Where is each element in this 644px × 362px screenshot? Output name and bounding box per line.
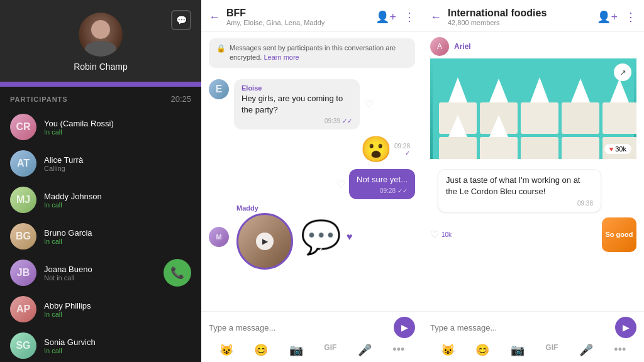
so-good-text: So good: [606, 231, 633, 239]
send-button[interactable]: ▶: [394, 317, 415, 338]
participant-avatar: AT: [10, 150, 36, 177]
heart-icon: ♥: [347, 231, 353, 243]
foodies-camera-icon[interactable]: 📷: [511, 343, 525, 357]
message-sender: Eloise: [242, 84, 352, 92]
call-time: 20:25: [170, 94, 191, 104]
voice-icon[interactable]: 🎤: [358, 343, 372, 357]
emoji-message: 😮: [360, 134, 392, 164]
foodies-header: ← International foodies 42,800 members 👤…: [423, 0, 644, 32]
participant-item: AT Alice Turrà Calling: [0, 145, 201, 182]
food-message-text: Just a taste of what I'm working on at t…: [446, 175, 593, 197]
emoji-row: 😮 09:28 ✓: [209, 134, 415, 164]
foodies-more-icon[interactable]: ⋮: [625, 10, 636, 24]
food-time: 09:38: [577, 200, 593, 207]
chat-header-icons: 👤+ ⋮: [375, 10, 415, 24]
message-input[interactable]: [209, 323, 389, 332]
food-image: ↗ ♥ 30k: [430, 58, 636, 159]
foodies-title: International foodies: [448, 8, 597, 19]
emoji-icon[interactable]: 😊: [254, 343, 268, 357]
participant-item: JB Joana Bueno Not in call 📞: [0, 255, 201, 291]
food-like-area[interactable]: ♡ 10k: [430, 229, 452, 241]
participant-avatar: SG: [10, 332, 36, 359]
foodies-emoji-icon[interactable]: 😊: [475, 343, 489, 357]
gif-icon[interactable]: GIF: [324, 343, 336, 357]
reaction-count: 2: [319, 245, 323, 251]
participant-item: SG Sonia Gurvich In call: [0, 327, 201, 362]
food-text-bubble: Just a taste of what I'm working on at t…: [438, 169, 601, 212]
participant-info: You (Camila Rossi) In call: [44, 119, 191, 136]
svg-rect-5: [521, 102, 558, 134]
foodies-messages: A Ariel: [423, 32, 644, 311]
back-button[interactable]: ←: [209, 11, 220, 24]
more-options-icon[interactable]: ⋮: [404, 10, 415, 24]
food-image-container: ↗ ♥ 30k: [423, 58, 644, 164]
foodies-back-button[interactable]: ←: [430, 11, 441, 24]
call-username: Robin Champ: [74, 62, 128, 72]
video-thumbnail[interactable]: ▶: [236, 213, 293, 270]
so-good-sticker: So good: [602, 217, 636, 252]
message-text: Hey girls, are you coming to the party?: [242, 93, 352, 116]
bff-input-area: ▶ 😺 😊 📷 GIF 🎤 •••: [201, 311, 423, 362]
participant-status: In call: [44, 128, 191, 136]
participant-item: BG Bruno Garcia In call: [0, 218, 201, 255]
foodies-subtitle: 42,800 members: [448, 19, 597, 26]
learn-more-link[interactable]: Learn more: [264, 53, 299, 61]
participant-item: CR You (Camila Rossi) In call: [0, 109, 201, 145]
foodies-more-icon[interactable]: •••: [614, 343, 626, 357]
food-text-area: Just a taste of what I'm working on at t…: [423, 164, 644, 255]
like-number: 30k: [615, 145, 626, 153]
participant-avatar: CR: [10, 114, 36, 140]
food-like-count2: 10k: [441, 231, 452, 238]
participant-name: You (Camila Rossi): [44, 119, 191, 128]
like-count[interactable]: ♥ 30k: [604, 144, 631, 154]
more-icon[interactable]: •••: [392, 343, 404, 357]
participant-status: In call: [44, 347, 191, 354]
sticker-icon[interactable]: 😺: [219, 343, 233, 357]
purple-accent-bar: [0, 82, 201, 87]
like-button[interactable]: ♡: [336, 178, 345, 190]
participant-avatar: BG: [10, 223, 36, 250]
maddy-avatar: M: [209, 227, 229, 247]
chat-toolbar: 😺 😊 📷 GIF 🎤 •••: [209, 343, 415, 357]
share-button[interactable]: ↗: [614, 63, 631, 81]
chat-icon[interactable]: 💬: [171, 10, 191, 30]
eloise-avatar: E: [209, 79, 229, 99]
foodies-send-button[interactable]: ▶: [615, 317, 636, 338]
ariel-name: Ariel: [454, 42, 471, 51]
add-member-icon[interactable]: 👤+: [375, 10, 396, 24]
message-read-receipt: ✓✓: [397, 187, 408, 194]
svg-rect-9: [602, 102, 636, 134]
foodies-input-area: ▶ 😺 😊 📷 GIF 🎤 •••: [423, 311, 644, 362]
like-button[interactable]: ♡: [365, 98, 374, 110]
foodies-panel: ← International foodies 42,800 members 👤…: [423, 0, 644, 362]
participant-list: CR You (Camila Rossi) In call AT Alice T…: [0, 109, 201, 362]
camera-icon[interactable]: 📷: [289, 343, 303, 357]
message-bubble: Eloise Hey girls, are you coming to the …: [234, 79, 360, 129]
bff-chat-panel: ← BFF Amy, Eloise, Gina, Lena, Maddy 👤+ …: [201, 0, 423, 362]
svg-rect-7: [562, 102, 599, 134]
svg-rect-11: [439, 137, 477, 159]
message-read-receipt: ✓✓: [342, 118, 352, 124]
participant-name: Abby Phillips: [44, 301, 191, 310]
bff-subtitle: Amy, Eloise, Gina, Lena, Maddy: [226, 19, 375, 26]
call-back-button[interactable]: 📞: [164, 259, 191, 287]
participants-header: PARTICIPANTS 20:25: [0, 87, 201, 109]
foodies-gif-icon[interactable]: GIF: [545, 343, 558, 357]
foodies-voice-icon[interactable]: 🎤: [579, 343, 593, 357]
foodies-input-row: ▶: [430, 317, 636, 338]
participant-info: Abby Phillips In call: [44, 301, 191, 318]
bff-title: BFF: [226, 8, 375, 19]
foodies-message-input[interactable]: [430, 323, 610, 332]
participant-name: Sonia Gurvich: [44, 337, 191, 347]
participants-label: PARTICIPANTS: [10, 96, 68, 103]
foodies-sticker-icon[interactable]: 😺: [441, 343, 455, 357]
encrypt-text: Messages sent by participants in this co…: [230, 43, 408, 63]
foodies-add-icon[interactable]: 👤+: [597, 10, 618, 24]
play-button[interactable]: ▶: [256, 233, 274, 250]
so-good-sticker-area: So good: [602, 217, 636, 252]
ariel-row: A Ariel: [423, 32, 644, 58]
food-heart-icon: ♡: [430, 229, 439, 241]
participant-item: AP Abby Phillips In call: [0, 291, 201, 327]
foodies-toolbar: 😺 😊 📷 GIF 🎤 •••: [430, 343, 636, 357]
participant-name: Alice Turrà: [44, 155, 191, 165]
